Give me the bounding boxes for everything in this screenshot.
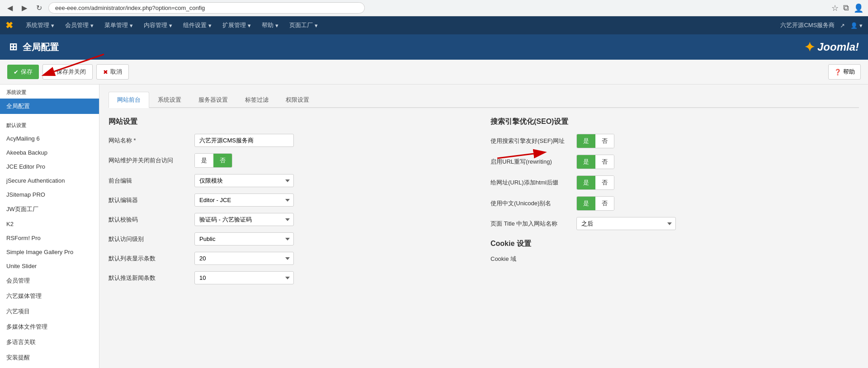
joomla-logo-icon: ✖	[5, 20, 13, 31]
sidebar-item-acymailing[interactable]: AcyMailing 6	[0, 132, 99, 146]
sidebar-item-jw[interactable]: JW页面工厂	[0, 202, 99, 217]
frontend-edit-select[interactable]: 仅限模块	[194, 174, 294, 187]
joomla-star-icon: ✦	[804, 40, 815, 55]
profile-icon[interactable]: 👤	[854, 3, 863, 13]
feed-limit-row: 默认推送新闻条数 10	[108, 271, 477, 284]
access-level-label: 默认访问级别	[108, 235, 190, 243]
nav-help[interactable]: 帮助 ▾	[256, 16, 284, 34]
site-name-row: 网站名称 *	[108, 134, 477, 147]
unicode-no-btn[interactable]: 否	[595, 197, 614, 210]
list-limit-row: 默认列表显示条数 20	[108, 252, 477, 265]
save-button[interactable]: ✔ 保存	[7, 65, 39, 79]
sidebar-item-unite-slider[interactable]: Unite Slider	[0, 259, 99, 273]
sidebar-item-k2[interactable]: K2	[0, 217, 99, 231]
tab-permission[interactable]: 权限设置	[277, 92, 318, 108]
nav-label: 系统管理	[26, 21, 49, 29]
toolbar-right: ❓ 帮助	[828, 64, 861, 80]
list-limit-select[interactable]: 20	[194, 252, 294, 265]
save-close-button[interactable]: ✔ 保存并关闭	[42, 64, 93, 80]
dropdown-arrow-icon: ▾	[275, 22, 278, 29]
html-suffix-no-btn[interactable]: 否	[595, 176, 614, 189]
nav-system-management[interactable]: 系统管理 ▾	[20, 16, 60, 34]
toolbar: ✔ 保存 ✔ 保存并关闭 ✖ 取消 ❓ 帮助	[0, 60, 868, 85]
nav-component-settings[interactable]: 组件设置 ▾	[178, 16, 217, 34]
frontend-edit-row: 前台编辑 仅限模块	[108, 174, 477, 187]
nav-label: 菜单管理	[104, 21, 128, 29]
browser-refresh-btn[interactable]: ↻	[33, 2, 45, 14]
captcha-select[interactable]: 验证码 - 六艺验证码	[194, 213, 294, 226]
save-label: 保存	[21, 68, 33, 76]
list-limit-label: 默认列表显示条数	[108, 255, 190, 263]
sidebar-item-global-config[interactable]: 全局配置	[0, 99, 99, 114]
maintenance-toggle: 是 否	[194, 153, 232, 168]
nav-content-management[interactable]: 内容管理 ▾	[138, 16, 178, 34]
sef-no-btn[interactable]: 否	[595, 134, 614, 148]
browser-back-btn[interactable]: ◀	[5, 2, 15, 14]
maintenance-yes-btn[interactable]: 是	[195, 154, 213, 167]
nav-page-factory[interactable]: 页面工厂 ▾	[284, 16, 323, 34]
sidebar-item-multimedia[interactable]: 多媒体文件管理	[0, 319, 99, 335]
url-rewrite-yes-btn[interactable]: 是	[577, 155, 595, 169]
help-label: 帮助	[843, 68, 855, 76]
user-profile-icon[interactable]: 👤 ▾	[850, 22, 863, 29]
nav-menu-management[interactable]: 菜单管理 ▾	[99, 16, 138, 34]
nav-label: 组件设置	[183, 21, 207, 29]
unicode-yes-btn[interactable]: 是	[577, 197, 595, 210]
cancel-button[interactable]: ✖ 取消	[96, 64, 129, 80]
tab-server-settings[interactable]: 服务器设置	[190, 92, 236, 108]
unicode-alias-label: 使用中文(Unicode)别名	[491, 199, 572, 208]
site-name-input[interactable]	[194, 134, 294, 147]
sidebar-item-jce[interactable]: JCE Editor Pro	[0, 160, 99, 174]
browser-forward-btn[interactable]: ▶	[19, 2, 30, 14]
help-button[interactable]: ❓ 帮助	[828, 64, 861, 80]
sef-yes-btn[interactable]: 是	[577, 134, 595, 148]
sidebar-item-rsform[interactable]: RSForm! Pro	[0, 231, 99, 245]
page-title: 全局配置	[23, 41, 59, 53]
nav-label: 内容管理	[144, 21, 167, 29]
seo-settings-column: 搜索引擎优化(SEO)设置 使用搜索引擎友好(SEF)网址 是 否 启用URL重…	[491, 117, 859, 291]
html-suffix-label: 给网址(URL)添加html后缀	[491, 179, 572, 187]
sidebar-item-media-management[interactable]: 六艺媒体管理	[0, 288, 99, 304]
joomla-brand-label: Joomla!	[817, 41, 859, 53]
sidebar-item-multilingual[interactable]: 多语言关联	[0, 335, 99, 350]
default-editor-select[interactable]: Editor - JCE	[194, 193, 294, 207]
sidebar-item-jsitemap[interactable]: JSitemap PRO	[0, 188, 99, 202]
sidebar-item-simple-gallery[interactable]: Simple Image Gallery Pro	[0, 245, 99, 259]
sidebar-item-install-reminder[interactable]: 安装提醒	[0, 350, 99, 365]
website-settings-title: 网站设置	[108, 117, 477, 127]
extensions-icon[interactable]: ⧉	[843, 3, 849, 13]
html-suffix-yes-btn[interactable]: 是	[577, 176, 595, 189]
html-suffix-row: 给网址(URL)添加html后缀 是 否	[491, 175, 859, 190]
tab-tag-filter[interactable]: 标签过滤	[236, 92, 277, 108]
url-rewrite-label: 启用URL重写(rewriting)	[491, 158, 572, 166]
joomla-brand: ✦ Joomla!	[804, 40, 859, 55]
nav-label: 扩展管理	[222, 21, 246, 29]
sidebar-item-member-management[interactable]: 会员管理	[0, 273, 99, 288]
nav-extension-management[interactable]: 扩展管理 ▾	[217, 16, 256, 34]
feed-limit-select[interactable]: 10	[194, 271, 294, 284]
tabs: 网站前台 系统设置 服务器设置 标签过滤 权限设置	[108, 92, 859, 108]
browser-bar: ◀ ▶ ↻ ☆ ⧉ 👤	[0, 0, 868, 16]
dropdown-arrow-icon: ▾	[51, 22, 54, 29]
sef-url-label: 使用搜索引擎友好(SEF)网址	[491, 137, 572, 145]
sidebar-item-jsecure[interactable]: jSecure Authentication	[0, 174, 99, 188]
maintenance-no-btn[interactable]: 否	[213, 154, 232, 167]
question-icon: ❓	[834, 69, 841, 75]
captcha-label: 默认校验码	[108, 216, 190, 224]
access-level-select[interactable]: Public	[194, 232, 294, 245]
nav-label: 帮助	[262, 21, 274, 29]
title-position-select[interactable]: 之后	[576, 217, 676, 230]
save-close-label: 保存并关闭	[57, 68, 86, 76]
dropdown-arrow-icon: ▾	[208, 22, 212, 29]
sidebar-item-projects[interactable]: 六艺项目	[0, 304, 99, 319]
sidebar-item-akeeba[interactable]: Akeeba Backup	[0, 146, 99, 160]
tab-frontend[interactable]: 网站前台	[108, 92, 149, 108]
nav-member-management[interactable]: 会员管理 ▾	[60, 16, 99, 34]
star-icon[interactable]: ☆	[831, 3, 839, 13]
tab-system-settings[interactable]: 系统设置	[149, 92, 190, 108]
url-rewrite-no-btn[interactable]: 否	[595, 155, 614, 169]
site-name-label: 网站名称 *	[108, 137, 190, 145]
address-bar[interactable]	[48, 2, 365, 14]
sef-url-toggle: 是 否	[576, 134, 614, 148]
dropdown-arrow-icon: ▾	[169, 22, 172, 29]
